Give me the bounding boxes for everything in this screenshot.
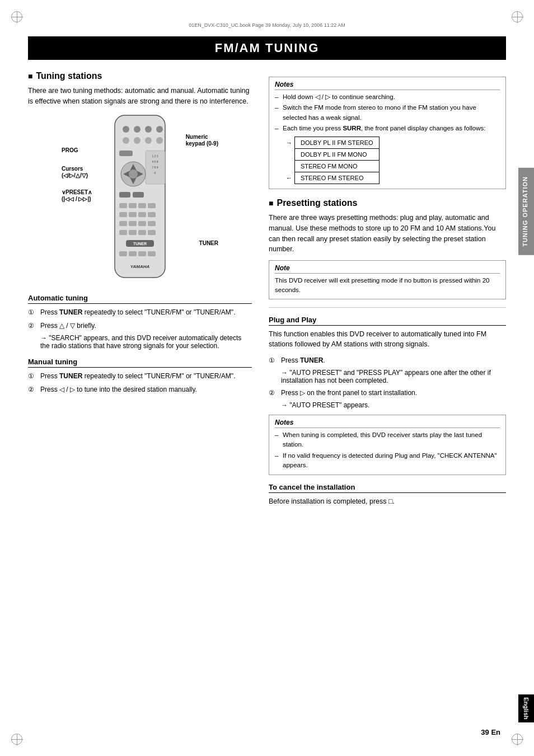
label-numeric-keypad: Numerickeypad (0-9) <box>186 134 218 147</box>
notes-plug-title: Notes <box>275 419 500 428</box>
notes-top-item-1: – Hold down ◁ / ▷ to continue searching. <box>275 92 500 102</box>
svg-rect-34 <box>148 221 156 226</box>
svg-rect-9 <box>119 151 133 156</box>
svg-rect-31 <box>119 221 127 226</box>
fm-diagram: → DOLBY PL II FM STEREO DOLBY PL II FM M… <box>284 137 500 184</box>
remote-diagram: 1 2 3 4 5 6 7 8 9 0 <box>62 112 218 286</box>
svg-rect-23 <box>119 203 127 208</box>
svg-point-1 <box>123 126 129 133</box>
svg-rect-30 <box>148 212 156 217</box>
label-prog: PROG <box>62 147 78 153</box>
manual-tuning-steps: ① Press TUNER repeatedly to select "TUNE… <box>28 371 252 395</box>
svg-rect-33 <box>138 221 146 226</box>
page-title: FM/AM TUNING <box>28 36 506 60</box>
svg-point-7 <box>145 137 152 144</box>
corner-mark-bl <box>11 734 22 745</box>
svg-text:7 8 9: 7 8 9 <box>152 166 158 169</box>
svg-point-20 <box>129 170 138 179</box>
presetting-stations-heading: Presetting stations <box>269 198 506 208</box>
svg-rect-37 <box>138 230 146 235</box>
label-tuner: TUNER <box>199 240 218 246</box>
svg-point-3 <box>145 126 152 133</box>
notes-top-item-2: – Switch the FM mode from stereo to mono… <box>275 103 500 123</box>
svg-point-6 <box>134 137 140 144</box>
svg-rect-42 <box>129 251 137 256</box>
svg-point-2 <box>134 126 140 133</box>
cancel-install-body: Before installation is completed, press … <box>269 496 506 507</box>
presetting-stations-body: There are three ways presetting methods:… <box>269 213 506 255</box>
note-presetting-text: This DVD receiver will exit presetting m… <box>275 276 500 295</box>
side-tab: TUNING OPERATION <box>518 168 534 255</box>
svg-rect-35 <box>119 230 127 235</box>
svg-rect-32 <box>129 221 137 226</box>
notes-plug-item-1: – When tuning is completed, this DVD rec… <box>275 430 500 450</box>
left-column: Tuning stations There are two tuning met… <box>28 71 252 513</box>
corner-mark-br <box>512 734 523 745</box>
divider-1 <box>269 307 506 308</box>
svg-rect-27 <box>119 212 127 217</box>
svg-rect-29 <box>138 212 146 217</box>
corner-mark-tl <box>11 11 22 22</box>
svg-point-4 <box>156 126 163 133</box>
remote-svg: 1 2 3 4 5 6 7 8 9 0 <box>84 112 196 286</box>
svg-text:4 5 6: 4 5 6 <box>152 160 158 163</box>
notes-top-title: Notes <box>275 81 500 90</box>
manual-step-1: ① Press TUNER repeatedly to select "TUNE… <box>28 371 252 381</box>
page: 01EN_DVX-C310_UC.book Page 39 Monday, Ju… <box>0 0 534 756</box>
svg-rect-28 <box>129 212 137 217</box>
auto-tuning-steps: ① Press TUNER repeatedly to select "TUNE… <box>28 307 252 350</box>
auto-tuning-heading: Automatic tuning <box>28 294 252 304</box>
page-number: 39 En <box>481 728 500 736</box>
note-presetting-box: Note This DVD receiver will exit presett… <box>269 260 506 299</box>
tuning-stations-body: There are two tuning methods: automatic … <box>28 86 252 107</box>
tuning-stations-heading: Tuning stations <box>28 71 252 81</box>
label-cursors: Cursors(◁/▷/△/▽) <box>62 166 88 179</box>
manual-step-2: ② Press ◁ / ▷ to tune into the desired s… <box>28 384 252 395</box>
corner-mark-tr <box>512 11 523 22</box>
main-content: Tuning stations There are two tuning met… <box>28 71 506 513</box>
fm-row-4: ← STEREO FM STEREO <box>284 172 379 184</box>
svg-point-5 <box>123 137 129 144</box>
svg-rect-36 <box>129 230 137 235</box>
cancel-install-heading: To cancel the installation <box>269 483 506 493</box>
svg-text:TUNER: TUNER <box>133 242 147 246</box>
auto-step-1: ① Press TUNER repeatedly to select "TUNE… <box>28 307 252 317</box>
svg-rect-25 <box>138 203 146 208</box>
auto-step-2: ② Press △ / ▽ briefly. <box>28 321 252 331</box>
manual-tuning-heading: Manual tuning <box>28 358 252 368</box>
svg-text:0: 0 <box>154 171 156 175</box>
plug-play-body: This function enables this DVD receiver … <box>269 329 506 350</box>
plug-step-1: ① Press TUNER. <box>269 355 506 365</box>
svg-rect-41 <box>119 251 127 256</box>
svg-rect-26 <box>148 203 156 208</box>
svg-point-8 <box>156 137 163 144</box>
notes-plug-item-2: – If no valid frequency is detected duri… <box>275 451 500 471</box>
svg-rect-22 <box>133 192 144 198</box>
plug-step-2-arrow: → "AUTO PRESET" appears. <box>269 401 506 409</box>
notes-top-item-3: – Each time you press SURR, the front pa… <box>275 124 500 133</box>
right-column: Notes – Hold down ◁ / ▷ to continue sear… <box>269 71 506 513</box>
plug-step-1-arrow: → "AUTO PRESET" and "PRESS PLAY" appears… <box>269 369 506 384</box>
svg-rect-44 <box>148 251 156 256</box>
plug-step-2: ② Press ▷ on the front panel to start in… <box>269 388 506 398</box>
fm-row-3: STEREO FM MONO <box>284 161 379 172</box>
note-presetting-title: Note <box>275 264 500 274</box>
plug-play-heading: Plug and Play <box>269 316 506 326</box>
svg-rect-38 <box>148 230 156 235</box>
svg-rect-24 <box>129 203 137 208</box>
notes-plug-box: Notes – When tuning is completed, this D… <box>269 415 506 475</box>
svg-text:YAMAHA: YAMAHA <box>130 264 150 269</box>
svg-rect-21 <box>119 192 130 198</box>
notes-box-top: Notes – Hold down ◁ / ▷ to continue sear… <box>269 77 506 189</box>
svg-rect-43 <box>138 251 146 256</box>
svg-text:1 2 3: 1 2 3 <box>152 154 158 158</box>
plug-play-steps: ① Press TUNER. → "AUTO PRESET" and "PRES… <box>269 355 506 409</box>
file-info: 01EN_DVX-C310_UC.book Page 39 Monday, Ju… <box>28 22 506 28</box>
fm-row-1: → DOLBY PL II FM STEREO <box>284 137 379 149</box>
auto-step-2-arrow: → "SEARCH" appears, and this DVD receive… <box>28 334 252 350</box>
fm-row-2: DOLBY PL II FM MONO <box>284 149 379 161</box>
lang-tab: English <box>518 694 534 722</box>
label-preset: ∨PRESET∧(|◁◁ / ▷▷|) <box>62 189 92 203</box>
